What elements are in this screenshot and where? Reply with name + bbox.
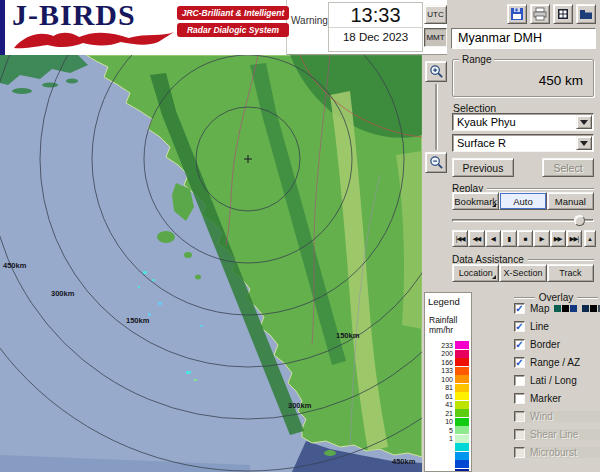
legend-value: 133 [436, 367, 453, 374]
zoom-in-button[interactable] [425, 61, 447, 82]
overlay-item-range-az[interactable]: ✓Range / AZ [514, 357, 600, 368]
tz-button-mmt[interactable]: MMT [424, 28, 447, 47]
warning-label: Warning [291, 15, 328, 26]
checkbox[interactable] [514, 429, 525, 440]
playback-button-2[interactable]: ◀ [485, 230, 501, 247]
legend-value: 200 [436, 350, 453, 357]
checkbox[interactable]: ✓ [514, 303, 525, 314]
chevron-down-icon[interactable] [576, 136, 592, 150]
slider-thumb[interactable] [574, 215, 585, 226]
map-graphic [0, 55, 422, 472]
overlay-item-wind[interactable]: Wind [514, 411, 600, 422]
legend-color-swatch [455, 426, 469, 434]
zoom-out-button[interactable] [425, 152, 447, 173]
legend-row [425, 460, 471, 469]
product-select[interactable]: Surface R [452, 134, 594, 152]
playback-button-5[interactable]: ▶ [533, 230, 549, 247]
zoom-in-icon [429, 64, 444, 79]
checkbox[interactable] [514, 411, 525, 422]
site-select-value: Kyauk Phyu [457, 116, 516, 128]
overlay-label: Overlay [539, 292, 573, 303]
legend-color-swatch [455, 367, 469, 375]
color-swatch [554, 305, 561, 312]
range-ring-label: 150km [336, 331, 359, 340]
legend-color-swatch [455, 409, 469, 417]
overlay-item-shear-line[interactable]: Shear Line [514, 429, 600, 440]
overlay-item-label: Wind [530, 411, 553, 422]
replay-tab-manual[interactable]: Manual [547, 192, 594, 210]
print-button[interactable] [530, 4, 550, 24]
select-button[interactable]: Select [542, 158, 594, 177]
previous-button[interactable]: Previous [452, 158, 514, 177]
legend-row [425, 452, 471, 461]
overlay-item-line[interactable]: ✓Line [514, 321, 600, 332]
export-button[interactable] [553, 4, 573, 24]
checkbox[interactable] [514, 375, 525, 386]
legend-color-swatch [455, 384, 469, 392]
slider-track[interactable] [452, 219, 594, 222]
legend-color-swatch [455, 350, 469, 358]
legend-panel: Legend Rainfall mm/hr 233200166133100816… [424, 292, 472, 472]
playback-button-0[interactable]: |◀◀ [452, 230, 468, 247]
range-ring-label: 300km [288, 401, 311, 410]
checkbox[interactable]: ✓ [514, 339, 525, 350]
station-name-field: Myanmar DMH [451, 28, 596, 49]
legend-scale: 233200166133100816141211051 [425, 341, 471, 472]
logo-subtitle-1: JRC-Brilliant & Intelligent [177, 6, 289, 20]
legend-value: 233 [436, 342, 453, 349]
checkbox[interactable]: ✓ [514, 321, 525, 332]
checkbox[interactable] [514, 447, 525, 458]
legend-row: 61 [425, 392, 471, 401]
playback-button-4[interactable]: ■ [517, 230, 533, 247]
location-button[interactable]: Location [452, 264, 499, 282]
save-button[interactable] [507, 4, 527, 24]
legend-color-swatch [455, 443, 469, 451]
color-swatch [590, 305, 597, 312]
playback-button-1[interactable]: ◀◀ [468, 230, 484, 247]
legend-color-swatch [455, 418, 469, 426]
overlay-item-label: Border [530, 339, 560, 350]
legend-row: 5 [425, 426, 471, 435]
legend-color-swatch [455, 435, 469, 443]
legend-row: 81 [425, 384, 471, 393]
save-icon [510, 7, 524, 21]
radar-map[interactable]: 450km300km150km150km300km450km [0, 55, 422, 472]
playback-button-6[interactable]: ▶▶ [550, 230, 566, 247]
playback-controls: |◀◀◀◀◀▮■▶▶▶▶▶| [452, 230, 582, 247]
checkbox[interactable] [514, 393, 525, 404]
legend-color-swatch [455, 341, 469, 349]
overlay-item-label: Microburst [530, 447, 577, 458]
overlay-item-label: Marker [530, 393, 561, 404]
film-icon [556, 7, 570, 21]
playback-button-7[interactable]: ▶▶| [566, 230, 582, 247]
site-select[interactable]: Kyauk Phyu [452, 113, 594, 131]
legend-value: 81 [436, 384, 453, 391]
dropdown-corner-icon [492, 203, 496, 207]
overlay-item-lati-long[interactable]: Lati / Long [514, 375, 600, 386]
range-ring-label: 150km [126, 316, 149, 325]
replay-tab-auto[interactable]: Auto [499, 192, 546, 210]
track-button[interactable]: Track [547, 264, 594, 282]
legend-value: 41 [436, 401, 453, 408]
folder-button[interactable] [576, 4, 596, 24]
overlay-item-label: Map [530, 303, 549, 314]
overlay-item-marker[interactable]: Marker [514, 393, 600, 404]
step-up-button[interactable]: ▲ [584, 230, 596, 247]
replay-tab-bookmark[interactable]: Bookmark [452, 192, 499, 210]
header: J-BIRDS JRC-Brilliant & Intelligent Rada… [0, 0, 600, 55]
app-logo: J-BIRDS JRC-Brilliant & Intelligent Rada… [0, 0, 287, 55]
x-section-button[interactable]: X-Section [499, 264, 546, 282]
range-ring-label: 300km [51, 289, 74, 298]
overlay-item-map[interactable]: ✓Map [514, 303, 600, 314]
legend-unit-line2: mm/hr [425, 325, 471, 335]
replay-slider[interactable] [452, 214, 594, 227]
overlay-item-microburst[interactable]: Microburst [514, 447, 600, 458]
overlay-item-border[interactable]: ✓Border [514, 339, 600, 350]
playback-button-3[interactable]: ▮ [501, 230, 517, 247]
checkbox[interactable]: ✓ [514, 357, 525, 368]
zoom-slider-track[interactable] [435, 84, 437, 150]
data-assistance-buttons: LocationX-SectionTrack [452, 264, 594, 282]
map-style-swatches [554, 305, 600, 312]
tz-button-utc[interactable]: UTC [424, 5, 447, 24]
chevron-down-icon[interactable] [576, 115, 592, 129]
